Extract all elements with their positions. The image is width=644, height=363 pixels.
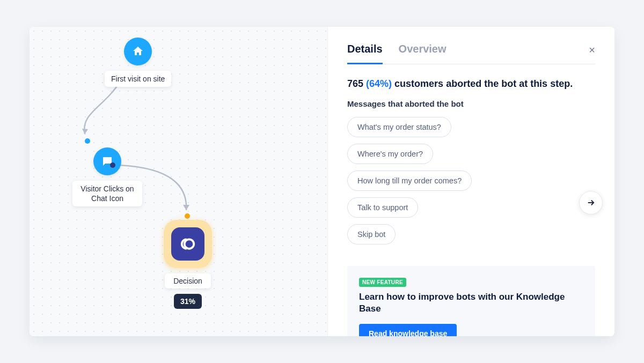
abort-percent: (64%)	[366, 78, 392, 89]
next-arrow-button[interactable]	[579, 191, 603, 214]
node-label: Visitor Clicks on Chat Icon	[72, 181, 142, 206]
app-window: First visit on site Visitor Clicks on Ch…	[30, 27, 614, 336]
abort-text: customers aborted the bot at this step.	[394, 78, 573, 89]
details-panel: Details Overview × 765 (64%) customers a…	[327, 27, 614, 336]
decision-icon	[171, 227, 204, 261]
flow-node-decision[interactable]: Decision 31%	[164, 220, 212, 309]
abort-message-chip[interactable]: How long till my order comes?	[347, 171, 472, 191]
knowledge-base-card: NEW FEATURE Learn how to improve bots wi…	[347, 266, 595, 337]
flow-node-first-visit[interactable]: First visit on site	[105, 38, 171, 87]
decision-percent-badge: 31%	[174, 294, 202, 309]
svg-point-2	[185, 239, 194, 249]
node-label: First visit on site	[105, 71, 171, 87]
flow-canvas[interactable]: First visit on site Visitor Clicks on Ch…	[30, 27, 327, 336]
abort-message-chip[interactable]: Talk to support	[347, 197, 418, 218]
chat-icon	[93, 147, 121, 175]
abort-message-chip[interactable]: Where's my order?	[347, 144, 433, 164]
decision-ring	[164, 220, 212, 268]
connector-dot	[110, 162, 115, 168]
new-feature-badge: NEW FEATURE	[359, 278, 406, 287]
connector-dot	[185, 213, 190, 219]
connector-dot	[85, 138, 90, 144]
kb-title: Learn how to improve bots with our Knowl…	[359, 291, 583, 316]
close-icon[interactable]: ×	[589, 44, 595, 56]
abort-count: 765	[347, 78, 363, 89]
read-kb-button[interactable]: Read knowledge base	[359, 324, 457, 336]
abort-message-chip[interactable]: Skip bot	[347, 224, 396, 245]
arrow-right-icon	[586, 198, 596, 208]
node-label: Decision	[165, 273, 211, 288]
abort-message-chip[interactable]: What's my order status?	[347, 117, 451, 137]
tab-details[interactable]: Details	[347, 43, 383, 64]
abort-message-list: What's my order status? Where's my order…	[347, 117, 595, 245]
flow-node-visitor-clicks-chat[interactable]: Visitor Clicks on Chat Icon	[72, 147, 142, 206]
home-icon	[124, 38, 152, 65]
abort-messages-heading: Messages that aborted the bot	[347, 99, 595, 108]
svg-marker-1	[183, 205, 189, 210]
abort-headline: 765 (64%) customers aborted the bot at t…	[347, 78, 595, 90]
tab-overview[interactable]: Overview	[399, 43, 447, 64]
svg-marker-0	[82, 129, 88, 134]
panel-tabs: Details Overview ×	[347, 43, 595, 64]
